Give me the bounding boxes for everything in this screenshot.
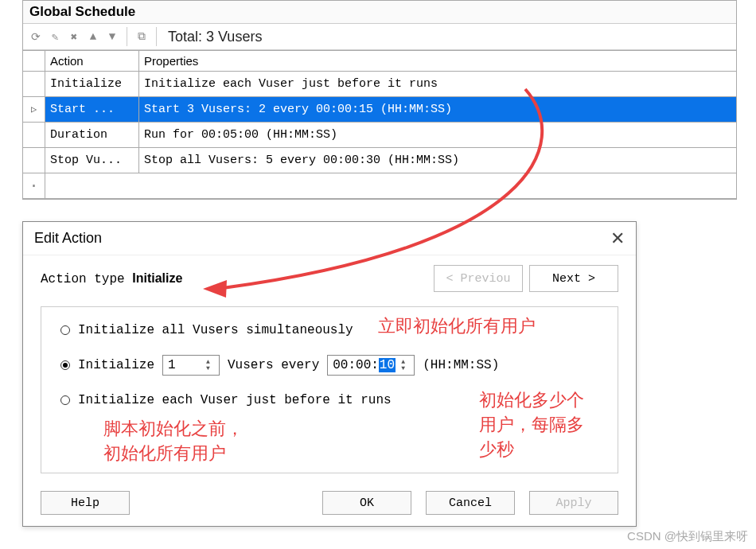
refresh-icon[interactable]: ⟳ xyxy=(28,29,44,45)
vuser-count-spinner[interactable]: 1 ▲▼ xyxy=(162,355,220,376)
toolbar: ⟳ ✎ ✖ ▲ ▼ ⧉ Total: 3 Vusers xyxy=(23,23,736,50)
initialize-radio-group: Initialize all Vusers simultaneously Ini… xyxy=(41,306,618,473)
table-row[interactable]: Initialize Initialize each Vuser just be… xyxy=(23,72,736,97)
cell-properties: Stop all Vusers: 5 every 00:00:30 (HH:MM… xyxy=(139,148,736,173)
dialog-body: Action type Initialize < Previou Next > … xyxy=(23,255,636,473)
table-row[interactable]: Stop Vu... Stop all Vusers: 5 every 00:0… xyxy=(23,148,736,173)
row-handle xyxy=(23,123,45,147)
separator xyxy=(127,27,127,46)
schedule-grid: Action Properties Initialize Initialize … xyxy=(23,50,736,199)
table-row[interactable] xyxy=(23,173,736,199)
total-vusers: Total: 3 Vusers xyxy=(168,29,262,45)
radio-option-each[interactable]: Initialize each Vuser just before it run… xyxy=(60,393,598,407)
arrow-up-icon[interactable]: ▲ xyxy=(85,29,101,45)
cell-action: Start ... xyxy=(45,97,139,122)
grid-header: Action Properties xyxy=(23,51,736,72)
radio-option-all[interactable]: Initialize all Vusers simultaneously xyxy=(60,323,598,337)
dialog-titlebar: Edit Action ✕ xyxy=(23,222,636,255)
row-handle xyxy=(23,148,45,173)
radio-label: Vusers every xyxy=(228,358,319,372)
spinner-value: 1 xyxy=(168,358,176,372)
cell-action: Duration xyxy=(45,123,139,147)
global-schedule-panel: Global Schedule ⟳ ✎ ✖ ▲ ▼ ⧉ Total: 3 Vus… xyxy=(22,0,737,200)
radio-option-interval[interactable]: Initialize 1 ▲▼ Vusers every 00:00:10 ▲▼… xyxy=(60,355,598,376)
radio-label: Initialize each Vuser just before it run… xyxy=(78,393,392,407)
radio-icon[interactable] xyxy=(60,395,70,405)
radio-label: Initialize xyxy=(78,358,154,372)
close-icon[interactable]: ✕ xyxy=(610,228,625,249)
separator xyxy=(156,27,157,46)
dialog-title: Edit Action xyxy=(34,230,102,247)
panel-title: Global Schedule xyxy=(23,1,736,23)
column-action[interactable]: Action xyxy=(45,51,139,71)
action-type-label: Action type Initialize xyxy=(41,271,182,286)
copy-icon[interactable]: ⧉ xyxy=(134,29,150,45)
cell-action: Stop Vu... xyxy=(45,148,139,173)
delete-icon[interactable]: ✖ xyxy=(66,29,82,45)
radio-label: Initialize all Vusers simultaneously xyxy=(78,323,353,337)
row-handle xyxy=(23,173,45,198)
edit-action-dialog: Edit Action ✕ Action type Initialize < P… xyxy=(22,221,637,527)
edit-icon[interactable]: ✎ xyxy=(47,29,63,45)
cell-properties: Initialize each Vuser just before it run… xyxy=(139,72,736,96)
spinner-buttons[interactable]: ▲▼ xyxy=(206,359,217,372)
time-format-label: (HH:MM:SS) xyxy=(423,358,499,372)
action-type-value: Initialize xyxy=(132,271,182,285)
action-type-row: Action type Initialize < Previou Next > xyxy=(41,265,618,292)
nav-buttons: < Previou Next > xyxy=(434,265,618,292)
cancel-button[interactable]: Cancel xyxy=(426,491,515,515)
column-properties[interactable]: Properties xyxy=(139,51,736,71)
table-row[interactable]: Duration Run for 00:05:00 (HH:MM:SS) xyxy=(23,123,736,148)
interval-time-spinner[interactable]: 00:00:10 ▲▼ xyxy=(327,355,415,376)
cell-properties: Start 3 Vusers: 2 every 00:00:15 (HH:MM:… xyxy=(139,97,736,122)
spinner-buttons[interactable]: ▲▼ xyxy=(401,359,412,372)
time-value: 00:00:10 xyxy=(333,358,396,372)
cell-properties: Run for 00:05:00 (HH:MM:SS) xyxy=(139,123,736,147)
watermark: CSDN @快到锅里来呀 xyxy=(627,529,748,544)
radio-icon[interactable] xyxy=(60,360,70,370)
arrow-down-icon[interactable]: ▼ xyxy=(104,29,120,45)
radio-icon[interactable] xyxy=(60,325,70,335)
action-type-text: Action type xyxy=(41,272,125,286)
table-row[interactable]: Start ... Start 3 Vusers: 2 every 00:00:… xyxy=(23,97,736,123)
row-handle xyxy=(23,97,45,122)
row-handle xyxy=(23,51,45,71)
apply-button[interactable]: Apply xyxy=(529,491,618,515)
ok-button[interactable]: OK xyxy=(322,491,411,515)
row-handle xyxy=(23,72,45,96)
previous-button[interactable]: < Previou xyxy=(434,265,523,292)
cell-action: Initialize xyxy=(45,72,139,96)
next-button[interactable]: Next > xyxy=(529,265,618,292)
dialog-buttons: Help OK Cancel Apply xyxy=(41,491,618,515)
help-button[interactable]: Help xyxy=(41,491,130,515)
